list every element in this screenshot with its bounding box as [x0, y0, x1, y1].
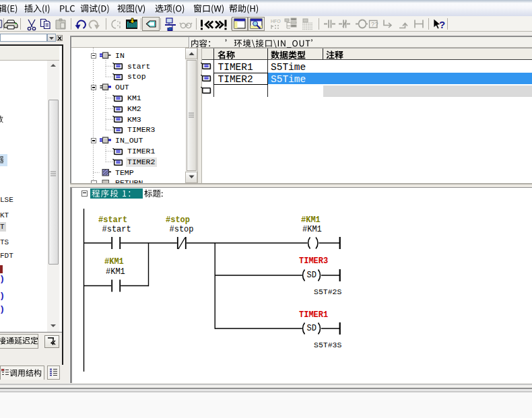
svg-text:?: ?: [439, 19, 445, 30]
svg-text:??: ??: [371, 22, 378, 28]
svg-text:HFO: HFO: [271, 19, 281, 24]
